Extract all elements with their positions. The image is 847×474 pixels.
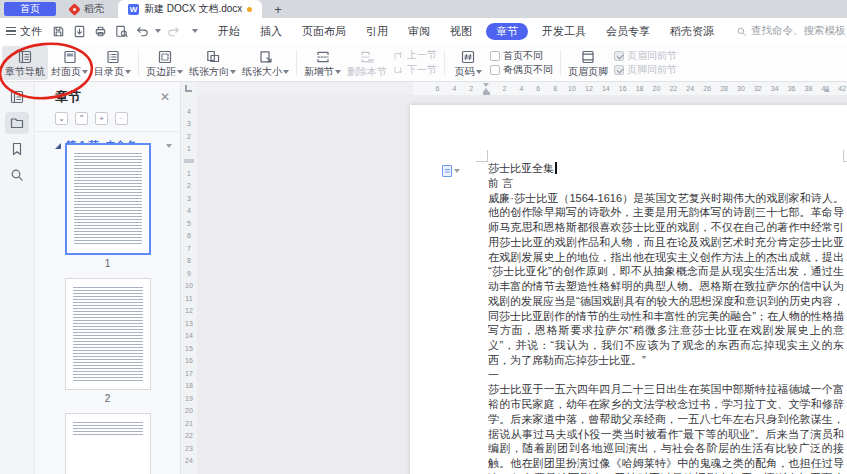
left-indent-marker[interactable] [483,92,490,95]
page-thumbnail[interactable] [65,278,151,390]
vertical-ruler: 4321 12345678910111213141516171819202122… [181,95,197,474]
save-icon [51,24,66,39]
chapter-navigation-panel-button[interactable] [5,86,29,108]
menu-tab-review[interactable]: 审阅 [398,18,440,44]
ruler-tick-label: 26 [699,82,716,95]
new-section-icon [315,49,331,65]
new-tab-button[interactable]: + [274,3,282,16]
menu-tab-references[interactable]: 引用 [356,18,398,44]
ruler-tick-label: 36 [783,82,800,95]
collapse-all-button[interactable]: ⌃ [75,112,88,125]
right-indent-marker[interactable] [824,88,830,92]
export-button[interactable] [71,22,88,40]
search-icon [736,26,747,37]
next-section-button[interactable]: 下一节 [393,65,437,76]
document-paragraph: 威廉·莎士比亚（1564-1616）是英国文艺复兴时期伟大的戏剧家和诗人。他的创… [488,191,844,368]
menu-tab-start[interactable]: 开始 [208,18,250,44]
ruler-tick-label: 7 [181,242,197,255]
sidebar-title: 章节 [55,88,81,106]
odd-even-different-checkbox[interactable]: 奇偶页不同 [490,65,553,75]
chapters-panel-button[interactable] [5,112,29,134]
first-line-indent-marker[interactable] [483,83,489,87]
top-margin-boundary[interactable] [184,159,194,163]
document-canvas[interactable]: 642 246810121416182022242628303234363840… [197,82,847,474]
next-section-icon [393,65,404,76]
margin-comment-indicator[interactable] [442,165,460,177]
ribbon-separator [296,50,297,76]
ruler-tick-label: 38 [800,82,817,95]
quick-access-toolbar [50,22,198,40]
ruler-tick-label: 10 [181,280,197,293]
ruler-tick-label: 20 [648,82,665,95]
ruler-tick-label: 17 [181,367,197,380]
same-as-previous-group: 页眉同前节 页脚同前节 [611,51,680,75]
redo-button[interactable] [165,22,182,40]
paper-size-button[interactable]: 纸张大小 [239,46,292,80]
add-section-button[interactable]: + [95,112,108,125]
ruler-tick-label: 2 [496,82,513,95]
odd-even-different-label: 奇偶页不同 [503,65,553,75]
menu-tab-insert[interactable]: 插入 [250,18,292,44]
menu-tab-docer-resources[interactable]: 稻壳资源 [660,18,724,44]
delete-section-icon [359,49,375,65]
home-tab[interactable]: 首页 [4,2,56,16]
sidebar-close-button[interactable]: ✕ [160,91,170,103]
page-number-button[interactable]: 页码 [449,46,487,80]
header-same-prev-checkbox[interactable]: 页眉同前节 [614,51,677,61]
file-menu-button[interactable]: 文件 [0,18,50,44]
page-thumbnail[interactable] [65,413,151,474]
checkbox-checked-icon [614,65,624,75]
checkbox-checked-icon [614,51,624,61]
docer-tab[interactable]: 稻壳 [56,0,118,18]
dropdown-caret-icon [177,70,183,74]
document-page[interactable]: 莎士比亚全集 前 言 威廉·莎士比亚（1564-1616）是英国文艺复兴时期伟大… [410,105,847,474]
menu-tab-page-layout[interactable]: 页面布局 [292,18,356,44]
menu-tab-dev-tools[interactable]: 开发工具 [532,18,596,44]
ruler-tick-label: 13 [181,317,197,330]
menu-tab-view[interactable]: 视图 [440,18,482,44]
ruler-tick-label: 19 [181,392,197,405]
print-preview-button[interactable] [113,22,130,40]
prev-section-button[interactable]: 上一节 [393,50,437,61]
undo-history-caret-icon[interactable] [155,29,161,33]
menu-tab-member[interactable]: 会员专享 [596,18,660,44]
page-number-label: 页码 [455,67,482,77]
bookmarks-panel-button[interactable] [5,138,29,160]
cover-page-button[interactable]: 封面页 [48,46,91,80]
footer-same-prev-checkbox[interactable]: 页脚同前节 [614,65,677,75]
expand-all-button[interactable]: ⌄ [55,112,68,125]
delete-section-button[interactable]: 删除本节 [344,46,390,80]
save-button[interactable] [50,22,67,40]
ruler-tick-label: 34 [766,82,783,95]
new-section-button[interactable]: 新增节 [301,46,344,80]
document-text[interactable]: 莎士比亚全集 前 言 威廉·莎士比亚（1564-1616）是英国文艺复兴时期伟大… [488,161,844,474]
chapters-sidebar: 章节 ✕ ⌄ ⌃ + − 第 1 节: 未命名 1 2 [35,82,181,474]
header-footer-button[interactable]: 页眉页脚 [565,46,611,80]
document-tab[interactable]: W 新建 DOCX 文档.docx [118,0,262,18]
remove-section-button[interactable]: − [115,112,128,125]
customize-toolbar-caret-icon[interactable] [192,29,198,33]
first-page-different-checkbox[interactable]: 首页不同 [490,51,553,61]
find-panel-button[interactable] [5,164,29,186]
checkbox-icon [490,65,500,75]
chapter-navigation-button[interactable]: 章节导航 [2,46,48,80]
toc-page-button[interactable]: 目录页 [91,46,134,80]
paper-orientation-button[interactable]: 纸张方向 [186,46,239,80]
ruler-tick-label: 11 [181,292,197,305]
comment-doc-icon [442,165,452,177]
document-tab-title: 新建 DOCX 文档.docx [144,2,242,16]
docer-tab-label: 稻壳 [84,2,104,16]
dropdown-caret-icon [230,70,236,74]
header-same-prev-label: 页眉同前节 [627,51,677,61]
menu-tab-chapter[interactable]: 章节 [486,23,528,40]
undo-button[interactable] [134,22,151,40]
margins-button[interactable]: 页边距 [143,46,186,80]
page-thumbnail-label: 2 [65,393,151,404]
print-button[interactable] [92,22,109,40]
ruler-tick-label: 4 [446,82,463,95]
preface-heading: 前 言 [488,176,844,191]
tab-stop-selector-icon[interactable] [185,85,192,92]
ruler-tick-label: 2 [463,82,480,95]
command-search[interactable]: 查找命令、搜索模板 [736,24,846,38]
page-thumbnail[interactable] [65,143,151,255]
